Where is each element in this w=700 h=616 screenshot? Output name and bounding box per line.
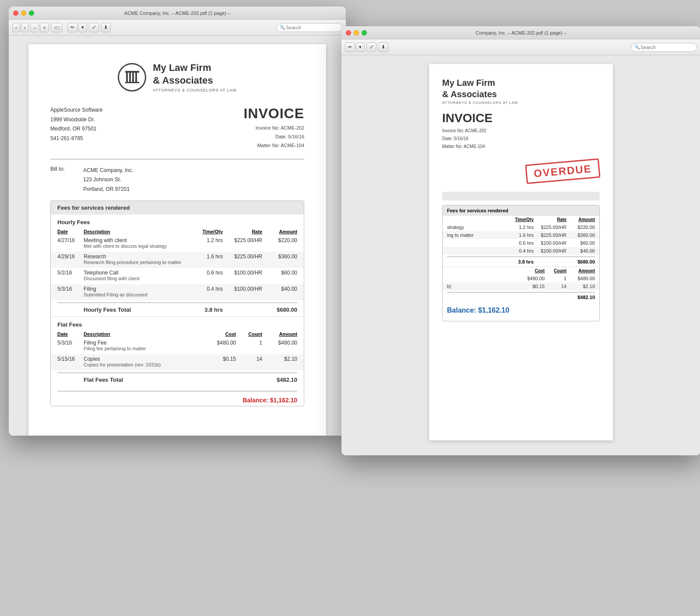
flat-fees-title: Flat Fees [57,317,297,330]
svg-rect-5 [125,82,139,83]
bill-to-address: ACME Company, Inc. 123 Johnson St. Portl… [83,166,133,194]
flat-row-1: 5/3/16 Filing Fee $480.00 1 $480.00 Fili… [57,338,297,354]
svg-rect-2 [132,72,134,82]
second-fees-header: Fees for services rendered [443,205,599,216]
second-expand-button[interactable]: ⤢ [366,42,376,52]
nav-forward-button[interactable]: › [21,23,29,32]
second-window: Company, Inc. – ACME-202.pdf (1 page) – … [341,26,700,455]
flat-col-header-desc: Description [84,331,205,337]
flat-col-headers: Date Description Cost Count Amount [57,330,297,338]
second-search-container[interactable]: 🔍 [631,43,697,52]
search-container[interactable]: 🔍 [277,23,342,32]
flat-col-header-date: Date [57,331,84,337]
second-flat-row-1: $480.00 1 $480.00 [447,275,595,282]
flat-total-row: Flat Fees Total $482.10 [57,373,297,387]
hourly-total-row: Hourly Fees Total 3.8 hrs $680.00 [57,303,297,317]
hourly-row-1: 4/27/16 Meeting with client 1.2 hrs $225… [57,236,297,252]
second-hourly-section: Time/Qty Rate Amount strategy 1.2 hrs $2… [443,216,599,267]
pen-button[interactable]: ✏ [67,23,77,32]
invoice-title-section: INVOICE Invoice No: ACME-202 Date: 5/16/… [243,106,304,150]
svg-rect-0 [126,72,128,82]
nav-back-button[interactable]: ‹ [12,23,20,32]
svg-rect-4 [125,71,139,73]
second-pen-dropdown[interactable]: ▾ [356,42,365,52]
second-firm-name: My Law Firm& Associates [442,77,518,100]
window-title: ACME Company, Inc. – ACME-202.pdf (1 pag… [124,11,230,16]
col-header-desc: Description [84,229,188,234]
hourly-fees-section: Hourly Fees Date Description Time/Qty Ra… [51,215,304,317]
invoice-page: My Law Firm& Associates Attorneys & Coun… [28,44,326,436]
second-flat-row-2: b) $0.15 14 $2.10 [443,282,599,290]
hourly-row-4: 5/3/16 Filing 0.4 hrs $100.00/HR $40.00 … [51,284,304,300]
svg-rect-1 [129,72,131,82]
second-invoice-title: INVOICE [442,111,600,125]
second-fees-table: Fees for services rendered Time/Qty Rate… [442,205,600,321]
second-titlebar: Company, Inc. – ACME-202.pdf (1 page) – [341,26,700,39]
hourly-fees-title: Hourly Fees [57,215,297,228]
maximize-button[interactable] [29,11,34,16]
close-button[interactable] [13,11,18,16]
flat-row-2: 5/15/16 Copies $0.15 14 $2.10 Copies for… [51,354,304,370]
firm-name: My Law Firm& Associates [153,62,237,87]
titlebar: ACME Company, Inc. – ACME-202.pdf (1 pag… [9,7,346,20]
second-hourly-row-1: strategy 1.2 hrs $225.00/HR $220.00 [447,223,595,231]
pen-dropdown-button[interactable]: ▾ [78,23,87,32]
overdue-stamp: OVERDUE [525,158,601,184]
second-pen-button[interactable]: ✏ [345,42,355,52]
zoom-in-button[interactable]: + [40,23,49,32]
second-maximize-button[interactable] [362,30,367,35]
invoice-details: Invoice No: ACME-202 Date: 5/16/16 Matte… [243,124,304,150]
second-invoice-page: My Law Firm& Associates Attorneys & Coun… [429,64,613,440]
fees-table-container: Fees for services rendered Hourly Fees D… [50,201,304,406]
divider1 [50,159,304,159]
flat-col-header-amount: Amount [262,331,297,337]
balance-row: Balance: $1,162.10 [57,391,297,406]
second-window-title: Company, Inc. – ACME-202.pdf (1 page) – [475,30,566,35]
firm-subtitle: Attorneys & Counselors at Law [153,88,237,92]
second-flat-col-headers: Cost Count Amount [447,267,595,275]
col-header-rate: Rate [223,229,262,234]
second-balance: Balance: $1,162.10 [447,306,595,314]
second-hourly-row-4: 0.4 hrs $100.00/HR $40.00 [443,247,599,255]
firm-name-block: My Law Firm& Associates Attorneys & Coun… [153,62,237,92]
expand-button[interactable]: ⤢ [89,23,99,32]
nav-buttons[interactable]: ‹ › [12,23,28,32]
col-header-amount: Amount [262,229,297,234]
fees-table-header: Fees for services rendered [51,201,304,215]
second-traffic-lights[interactable] [346,30,367,35]
second-hourly-row-3: 0.6 hrs $100.00/HR $60.00 [447,239,595,247]
second-close-button[interactable] [346,30,351,35]
second-minimize-button[interactable] [354,30,359,35]
second-flat-section: Cost Count Amount $480.00 1 $480.00 b) $… [443,267,599,321]
zoom-out-button[interactable]: – [30,23,39,32]
traffic-lights[interactable] [13,11,34,16]
second-search-bar [442,192,600,201]
hourly-col-headers: Date Description Time/Qty Rate Amount [57,228,297,236]
zoom-buttons[interactable]: – + [30,23,49,32]
logo-icon [118,63,146,92]
second-export-button[interactable]: ⬇ [378,42,388,52]
second-header: My Law Firm& Associates Attorneys & Coun… [442,77,600,105]
svg-rect-3 [135,72,137,82]
second-toolbar: ✏ ▾ ⤢ ⬇ 🔍 [341,39,700,55]
main-window: ACME Company, Inc. – ACME-202.pdf (1 pag… [9,7,346,436]
col-header-timeqty: Time/Qty [188,229,223,234]
minimize-button[interactable] [21,11,26,16]
share-button[interactable]: ↑□ [51,23,62,32]
annotation-buttons[interactable]: ✏ ▾ [67,23,87,32]
second-document-area: My Law Firm& Associates Attorneys & Coun… [341,55,700,455]
second-hourly-total: 3.8 hrs $680.00 [447,257,595,267]
bill-to-section: Bill to: ACME Company, Inc. 123 Johnson … [50,166,304,194]
second-search-icon: 🔍 [634,45,640,49]
bill-to-label: Bill to: [50,166,74,194]
flat-fees-section: Flat Fees Date Description Cost Count Am… [51,317,304,406]
document-area: My Law Firm& Associates Attorneys & Coun… [9,35,346,436]
second-search-input[interactable] [640,45,693,50]
export-button[interactable]: ⬇ [101,23,111,32]
invoice-top-section: AppleSource Software 1999 Woodside Dr. M… [50,106,304,150]
toolbar: ‹ › – + ↑□ ✏ ▾ ⤢ ⬇ 🔍 [9,20,346,35]
second-nav-buttons[interactable]: ✏ ▾ [345,42,365,52]
overdue-container: OVERDUE [442,157,600,185]
search-input[interactable] [286,25,338,30]
flat-col-header-cost: Cost [205,331,236,337]
